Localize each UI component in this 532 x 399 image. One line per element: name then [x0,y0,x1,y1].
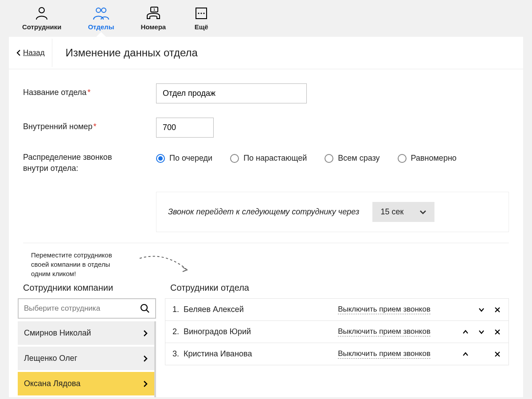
chevron-right-icon [143,355,148,363]
page-header: Назад Изменение данных отдела [9,37,523,69]
radio-label: По нарастающей [243,154,307,163]
tab-label: Отделы [88,23,114,31]
svg-point-9 [141,304,147,311]
hint-text: Переместите сотрудников своей компании в… [31,250,124,278]
remove-button[interactable] [493,306,501,314]
remove-button[interactable] [493,350,501,358]
department-employee-row: 1. Беляев Алексей Выключить прием звонко… [165,299,509,321]
svg-point-2 [102,8,106,12]
toggle-calls-link[interactable]: Выключить прием звонков [338,327,430,336]
page-title: Изменение данных отдела [52,37,211,69]
top-tabs: Сотрудники Отделы 1 Номера Ещё [0,0,532,37]
row-index: 3. [172,349,179,359]
department-name-input[interactable] [156,83,307,103]
employee-search[interactable] [18,298,156,319]
row-index: 2. [172,327,179,336]
extension-input[interactable] [156,118,214,138]
row-name: Виноградов Юрий [184,327,333,336]
column-heading: Сотрудники компании [23,283,156,293]
department-employee-row: 3. Кристина Иванова Выключить прием звон… [165,343,509,365]
close-icon [494,351,501,357]
radio-label: Равномерно [411,154,457,163]
radio-icon [156,154,165,163]
people-icon [92,6,110,20]
tab-departments[interactable]: Отделы [74,4,127,37]
row-name: Кристина Иванова [184,349,333,359]
tab-employees[interactable]: Сотрудники [9,4,74,37]
remove-button[interactable] [493,328,501,336]
svg-point-6 [198,12,200,14]
svg-point-8 [203,12,205,14]
radio-label: По очереди [169,154,212,163]
radio-rising[interactable]: По нарастающей [230,154,307,163]
move-up-button[interactable] [462,350,469,358]
radio-all[interactable]: Всем сразу [325,154,379,163]
company-employee-item[interactable]: Смирнов Николай [18,321,154,347]
chevron-up-icon [462,329,469,335]
employee-name: Оксана Лядова [24,379,81,388]
page-panel: Назад Изменение данных отдела Название о… [9,37,523,397]
tab-numbers[interactable]: 1 Номера [127,4,179,37]
close-icon [494,307,501,313]
ext-label: Внутренний номер* [23,118,156,131]
chevron-right-icon [143,329,148,337]
move-down-button[interactable] [477,306,485,314]
tab-label: Ещё [195,23,208,31]
toggle-calls-link[interactable]: Выключить прием звонков [338,305,430,314]
person-icon [33,6,51,20]
chevron-down-icon [478,307,485,313]
divider [23,243,509,243]
name-label: Название отдела* [23,83,156,97]
svg-text:1: 1 [153,8,156,12]
row-name: Беляев Алексей [184,305,333,314]
svg-line-10 [146,310,149,312]
company-employee-item[interactable]: Оксана Лядова [18,372,154,397]
chevron-right-icon [143,380,148,388]
radio-icon [398,154,407,163]
chevron-left-icon [16,49,21,56]
back-button[interactable]: Назад [9,39,52,67]
search-input[interactable] [24,304,140,313]
svg-point-7 [201,12,202,14]
distribution-radios: По очереди По нарастающей Всем сразу Рав… [156,154,523,163]
timeout-text: Звонок перейдет к следующему сотруднику … [168,207,359,217]
close-icon [494,329,501,335]
department-employees-column: Сотрудники отдела 1. Беляев Алексей Выкл… [165,283,509,365]
move-down-button[interactable] [477,328,485,336]
dashed-arrow-icon [137,253,195,275]
timeout-box: Звонок перейдет к следующему сотруднику … [156,192,509,232]
row-index: 1. [172,305,179,314]
column-heading: Сотрудники отдела [170,283,509,293]
select-value: 15 сек [380,207,403,217]
svg-point-1 [96,8,101,12]
radio-queue[interactable]: По очереди [156,154,212,163]
company-employees-column: Сотрудники компании Смирнов Николай Леще… [18,283,156,397]
radio-icon [230,154,239,163]
svg-point-0 [39,8,44,13]
move-up-button[interactable] [462,328,469,336]
radio-icon [325,154,333,163]
radio-even[interactable]: Равномерно [398,154,457,163]
toggle-calls-link[interactable]: Выключить прием звонков [338,349,430,359]
timeout-select[interactable]: 15 сек [372,202,434,222]
radio-label: Всем сразу [338,154,379,163]
search-icon [140,304,150,313]
employee-name: Смирнов Николай [24,328,91,338]
tab-more[interactable]: Ещё [179,4,223,37]
distribution-label: Распределение звонков внутри отдела: [23,152,156,174]
tab-label: Сотрудники [22,23,61,31]
chevron-up-icon [462,351,469,357]
company-employee-item[interactable]: Лещенко Олег [18,347,154,372]
back-label: Назад [23,48,45,57]
more-icon [192,6,210,20]
phone-icon: 1 [145,6,162,20]
employee-name: Лещенко Олег [24,354,77,363]
chevron-down-icon [478,329,485,335]
chevron-down-icon [419,210,426,214]
department-employee-row: 2. Виноградов Юрий Выключить прием звонк… [165,321,509,343]
tab-label: Номера [141,23,166,31]
